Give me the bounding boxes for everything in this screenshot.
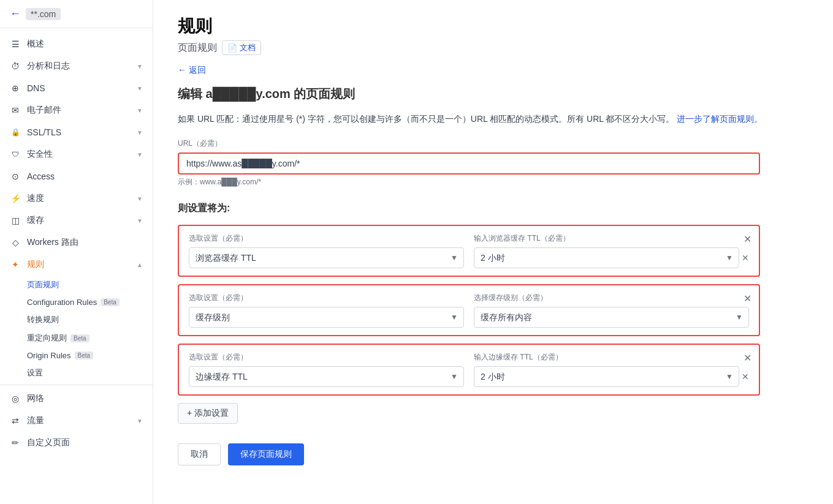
sidebar-label-traffic: 流量 (27, 415, 131, 426)
sidebar: ← **.com 概述 分析和日志 ▼ DNS ▼ 电子邮件 ▼ SSL/TLS… (0, 0, 153, 504)
cancel-button[interactable]: 取消 (178, 443, 221, 465)
rule-section-title: 则设置将为: (178, 202, 760, 215)
select-wrapper-2: 缓存级别 ▼ (189, 307, 464, 328)
subtitle-text: 页面规则 (178, 42, 217, 55)
doc-link[interactable]: 📄 文档 (222, 40, 261, 55)
sidebar-item-dns[interactable]: DNS ▼ (0, 77, 153, 99)
sidebar-label-network: 网络 (27, 393, 143, 404)
cache-level-select[interactable]: 缓存级别 (189, 307, 464, 328)
sidebar-label-access: Access (27, 171, 143, 181)
cache-icon (10, 215, 21, 226)
beta-badge: Beta (101, 298, 120, 306)
close-setting-2-button[interactable]: ✕ (744, 293, 751, 304)
setting-col-right-3: 输入边缘缓存 TTL（必需） 2 小时 ▼ ✕ (474, 352, 749, 387)
url-field-label: URL（必需） (178, 138, 760, 149)
chevron-down-icon: ▼ (137, 195, 143, 202)
sidebar-header: ← **.com (0, 0, 153, 28)
email-icon (10, 105, 21, 116)
sidebar-navigation: 概述 分析和日志 ▼ DNS ▼ 电子邮件 ▼ SSL/TLS ▼ 安全性 ▼ (0, 28, 153, 504)
close-setting-1-button[interactable]: ✕ (744, 233, 751, 245)
select-wrapper-3: 边缘缓存 TTL ▼ (189, 366, 464, 387)
clear-browser-ttl-button[interactable]: ✕ (742, 253, 749, 263)
back-link[interactable]: ← 返回 (178, 65, 206, 76)
chevron-up-icon: ▲ (137, 261, 143, 268)
sidebar-label-analytics: 分析和日志 (27, 61, 131, 72)
save-button[interactable]: 保存页面规则 (228, 443, 304, 465)
edge-cache-select[interactable]: 边缘缓存 TTL (189, 366, 464, 387)
sidebar-label-dns: DNS (27, 83, 131, 93)
chevron-down-icon: ▼ (137, 63, 143, 70)
rules-submenu: 页面规则 Configuration Rules Beta 转换规则 重定向规则… (0, 276, 153, 382)
sidebar-item-network[interactable]: 网络 (0, 388, 153, 410)
sidebar-item-settings[interactable]: 设置 (27, 364, 153, 382)
redirect-rules-label: 重定向规则 (27, 333, 67, 344)
page-rules-label: 页面规则 (27, 279, 59, 290)
browser-ttl-select-wrapper: 2 小时 ▼ ✕ (474, 247, 749, 268)
right-label-2: 选择缓存级别（必需） (474, 293, 749, 303)
config-rules-label: Configuration Rules (27, 298, 97, 307)
sidebar-label-rules: 规则 (27, 259, 131, 270)
chevron-down-icon: ▼ (137, 418, 143, 424)
sidebar-item-redirect-rules[interactable]: 重定向规则 Beta (27, 329, 153, 347)
sidebar-label-custom: 自定义页面 (27, 437, 143, 448)
sidebar-item-speed[interactable]: 速度 ▼ (0, 187, 153, 209)
sidebar-label-security: 安全性 (27, 149, 131, 160)
doc-icon: 📄 (227, 43, 237, 53)
sidebar-label-speed: 速度 (27, 193, 131, 204)
main-content: 规则 页面规则 📄 文档 ← 返回 编辑 a█████y.com 的页面规则 如… (153, 0, 833, 504)
learn-more-link[interactable]: 进一步了解页面规则。 (677, 114, 763, 124)
sidebar-label-overview: 概述 (27, 39, 143, 50)
clear-edge-ttl-button[interactable]: ✕ (742, 372, 749, 382)
sidebar-item-traffic[interactable]: 流量 ▼ (0, 410, 153, 432)
browser-ttl-select[interactable]: 2 小时 (474, 247, 739, 268)
sidebar-item-security[interactable]: 安全性 ▼ (0, 143, 153, 165)
form-actions: 取消 保存页面规则 (178, 443, 760, 465)
browser-cache-select[interactable]: 浏览器缓存 TTL (189, 247, 464, 268)
close-setting-3-button[interactable]: ✕ (744, 352, 751, 364)
sidebar-item-email[interactable]: 电子邮件 ▼ (0, 99, 153, 121)
sidebar-item-rules[interactable]: 规则 ▲ (0, 254, 153, 276)
rules-icon (10, 259, 21, 270)
edge-ttl-select-wrapper: 2 小时 ▼ ✕ (474, 366, 749, 387)
sidebar-item-page-rules[interactable]: 页面规则 (27, 276, 153, 294)
access-icon (10, 171, 21, 182)
sidebar-item-transform-rules[interactable]: 转换规则 (27, 310, 153, 329)
network-icon (10, 393, 21, 404)
edit-title: 编辑 a█████y.com 的页面规则 (178, 86, 808, 102)
sidebar-item-ssl[interactable]: SSL/TLS ▼ (0, 121, 153, 143)
select-label-1: 选取设置（必需） (189, 233, 464, 244)
edge-ttl-select[interactable]: 2 小时 (474, 366, 739, 387)
add-setting-button[interactable]: + 添加设置 (178, 403, 238, 424)
sidebar-item-custom[interactable]: 自定义页面 (0, 432, 153, 454)
sidebar-item-workers[interactable]: Workers 路由 (0, 231, 153, 254)
sidebar-label-workers: Workers 路由 (27, 237, 143, 248)
sidebar-item-config-rules[interactable]: Configuration Rules Beta (27, 294, 153, 310)
setting-col-left-2: 选取设置（必需） 缓存级别 ▼ (189, 293, 464, 328)
setting-row-cache-level: 选取设置（必需） 缓存级别 ▼ 选择缓存级别（必需） 缓存所有内容 (178, 284, 760, 336)
page-title: 规则 (178, 15, 808, 38)
select-label-2: 选取设置（必需） (189, 293, 464, 303)
setting-col-right-1: 输入浏览器缓存 TTL（必需） 2 小时 ▼ ✕ (474, 233, 749, 268)
sidebar-item-overview[interactable]: 概述 (0, 33, 153, 55)
sidebar-item-cache[interactable]: 缓存 ▼ (0, 209, 153, 231)
select-wrapper-1: 浏览器缓存 TTL ▼ (189, 247, 464, 268)
chevron-down-icon: ▼ (137, 217, 143, 224)
info-text: 如果 URL 匹配：通过使用星号 (*) 字符，您可以创建与许多（而不只是一个）… (178, 112, 808, 126)
right-label-1: 输入浏览器缓存 TTL（必需） (474, 233, 749, 244)
sidebar-label-cache: 缓存 (27, 215, 131, 226)
origin-rules-label: Origin Rules (27, 351, 71, 360)
url-input[interactable] (178, 152, 760, 175)
setting-row-browser-cache: 选取设置（必需） 浏览器缓存 TTL ▼ 输入浏览器缓存 TTL（必需） (178, 225, 760, 277)
cache-level-value-select[interactable]: 缓存所有内容 (474, 307, 749, 328)
back-button[interactable]: ← (10, 7, 21, 20)
beta-badge-2: Beta (70, 334, 89, 342)
chevron-down-icon: ▼ (137, 107, 143, 114)
sidebar-item-analytics[interactable]: 分析和日志 ▼ (0, 55, 153, 77)
sidebar-item-access[interactable]: Access (0, 165, 153, 187)
setting-col-left-3: 选取设置（必需） 边缘缓存 TTL ▼ (189, 352, 464, 387)
right-label-3: 输入边缘缓存 TTL（必需） (474, 352, 749, 363)
select-label-3: 选取设置（必需） (189, 352, 464, 363)
sidebar-item-origin-rules[interactable]: Origin Rules Beta (27, 347, 153, 364)
setting-col-left-1: 选取设置（必需） 浏览器缓存 TTL ▼ (189, 233, 464, 268)
sidebar-label-email: 电子邮件 (27, 105, 131, 116)
